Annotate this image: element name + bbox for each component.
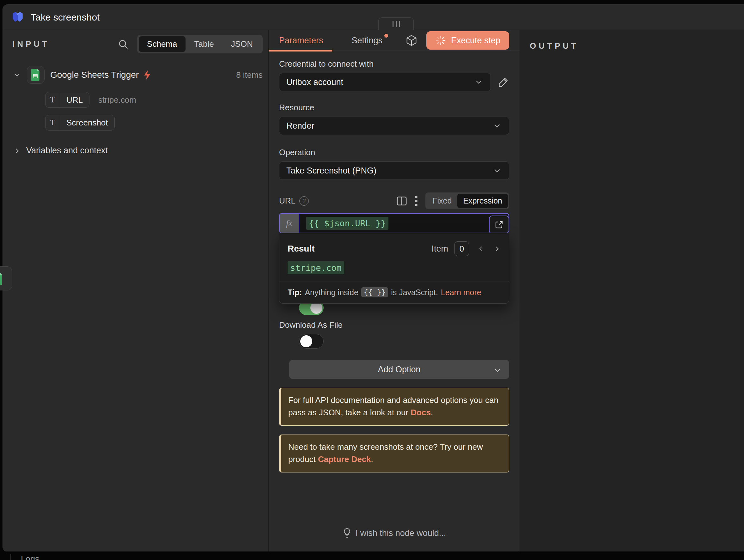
schema-field-screenshot[interactable]: T Screenshot (45, 115, 115, 130)
chevron-down-icon (492, 121, 502, 130)
text-type-icon: T (45, 92, 60, 107)
variables-and-context[interactable]: Variables and context (13, 146, 263, 155)
google-sheets-icon (27, 66, 44, 84)
url-label: URL (279, 196, 296, 206)
credential-label: Credential to connect with (279, 59, 509, 69)
tab-settings[interactable]: Settings (352, 36, 383, 45)
mode-expression[interactable]: Expression (457, 194, 508, 208)
bottom-bar: Logs (0, 552, 744, 560)
learn-more-link[interactable]: Learn more (441, 288, 481, 297)
columns-view-icon[interactable] (396, 196, 407, 206)
schema-field-value: stripe.com (98, 95, 136, 105)
expression-tip: Tip: Anything inside {{ }} is JavaScript… (280, 282, 509, 303)
docs-notice: For full API documentation and advanced … (279, 388, 509, 426)
node-title: Take screenshot (31, 12, 100, 23)
chevron-down-icon (493, 366, 502, 375)
tab-schema[interactable]: Schema (139, 36, 185, 52)
panel-drag-handle[interactable] (378, 17, 414, 30)
schema-field-url[interactable]: T URL (45, 92, 89, 108)
canvas-node-stub[interactable] (0, 266, 12, 291)
fixed-expression-toggle: Fixed Expression (425, 192, 509, 209)
schema-field-row: T Screenshot (45, 115, 123, 130)
braces-badge: {{ }} (361, 287, 388, 297)
fx-icon: fx (280, 214, 299, 233)
resource-label: Resource (279, 103, 509, 113)
items-count: 8 items (236, 70, 263, 80)
edit-credential-pencil-icon[interactable] (498, 76, 509, 88)
result-title: Result (288, 244, 315, 254)
input-view-tabs: Schema Table JSON (137, 35, 263, 53)
chevron-down-icon[interactable] (12, 70, 22, 80)
schema-field-row: T URL stripe.com (45, 92, 136, 108)
credential-select[interactable]: Urlbox account (279, 73, 491, 91)
download-as-file-label: Download As File (279, 320, 509, 330)
output-panel: OUTPUT (520, 30, 744, 552)
tab-json[interactable]: JSON (223, 36, 261, 52)
tab-table[interactable]: Table (186, 36, 222, 52)
chevron-right-icon (13, 147, 21, 155)
input-panel: INPUT Schema Table JSON (3, 30, 269, 552)
node-header: Take screenshot (3, 5, 744, 30)
prev-item-icon[interactable] (477, 245, 485, 253)
docs-link[interactable]: Docs (411, 408, 431, 417)
expression-text[interactable]: {{ $json.URL }} (306, 217, 388, 230)
output-panel-title: OUTPUT (530, 41, 579, 50)
input-panel-title: INPUT (12, 39, 50, 49)
item-label: Item (432, 244, 448, 254)
operation-select[interactable]: Take Screenshot (PNG) (279, 161, 509, 180)
parameters-panel: Parameters Settings (269, 30, 520, 552)
next-item-icon[interactable] (493, 245, 500, 253)
operation-label: Operation (279, 148, 509, 157)
download-as-file-toggle[interactable] (299, 334, 324, 348)
search-icon[interactable] (118, 39, 129, 50)
trigger-node-row[interactable]: Google Sheets Trigger 8 items (12, 66, 263, 84)
add-option-button[interactable]: Add Option (289, 360, 509, 379)
chevron-down-icon (492, 166, 502, 175)
trigger-bolt-icon (143, 70, 151, 80)
node-feedback-button[interactable]: I wish this node would... (269, 528, 520, 538)
capture-deck-notice: Need to take many screenshots at once? T… (279, 435, 509, 473)
lightbulb-icon (343, 528, 351, 538)
item-index-input[interactable]: 0 (454, 241, 469, 256)
trigger-node-name: Google Sheets Trigger (50, 70, 139, 80)
logs-panel-label[interactable]: Logs (21, 554, 39, 560)
execute-step-button[interactable]: Execute step (426, 31, 509, 50)
result-value: stripe.com (288, 261, 344, 274)
url-expression-input[interactable]: fx {{ $json.URL }} (279, 213, 509, 233)
kebab-menu-icon[interactable] (415, 195, 418, 207)
urlbox-logo-icon (11, 11, 24, 24)
expression-result-popup: Result Item 0 (279, 233, 509, 304)
mode-fixed[interactable]: Fixed (427, 194, 457, 208)
footer-divider (10, 554, 11, 560)
tab-parameters[interactable]: Parameters (279, 36, 323, 45)
settings-notification-dot (384, 34, 388, 38)
expand-expression-icon[interactable] (489, 216, 509, 233)
cube-icon[interactable] (406, 34, 417, 46)
text-type-icon: T (45, 115, 60, 130)
resource-select[interactable]: Render (279, 117, 509, 135)
chevron-down-icon (474, 77, 484, 87)
capture-deck-link[interactable]: Capture Deck (318, 454, 371, 464)
node-detail-modal: Take screenshot INPUT Schema Table JSON (3, 4, 744, 552)
help-circle-icon[interactable]: ? (299, 196, 309, 206)
spinner-icon (435, 35, 446, 46)
